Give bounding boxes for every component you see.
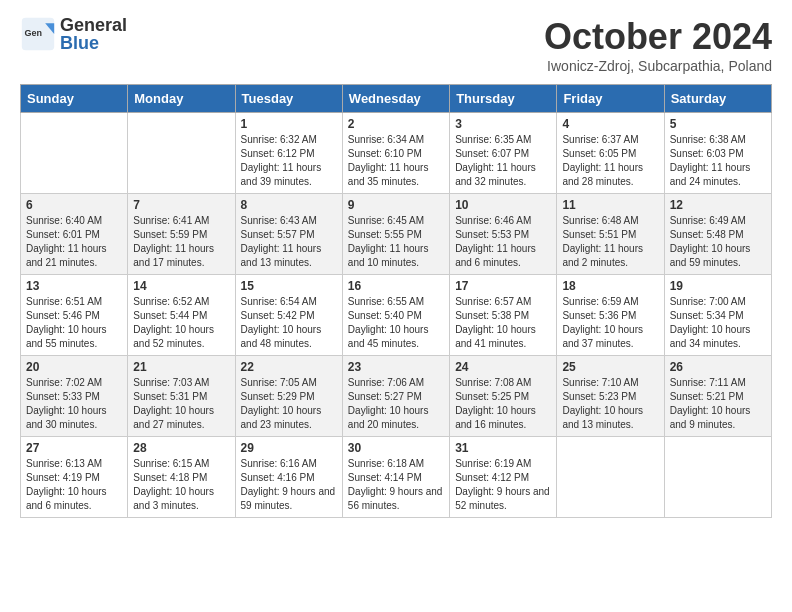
calendar-table: SundayMondayTuesdayWednesdayThursdayFrid… [20,84,772,518]
header-day: Monday [128,85,235,113]
cell-content: Sunrise: 6:40 AM Sunset: 6:01 PM Dayligh… [26,214,122,270]
day-number: 26 [670,360,766,374]
cell-content: Sunrise: 6:51 AM Sunset: 5:46 PM Dayligh… [26,295,122,351]
day-number: 27 [26,441,122,455]
calendar-cell: 23Sunrise: 7:06 AM Sunset: 5:27 PM Dayli… [342,356,449,437]
day-number: 31 [455,441,551,455]
header-day: Saturday [664,85,771,113]
calendar-cell: 9Sunrise: 6:45 AM Sunset: 5:55 PM Daylig… [342,194,449,275]
cell-content: Sunrise: 7:05 AM Sunset: 5:29 PM Dayligh… [241,376,337,432]
calendar-cell: 19Sunrise: 7:00 AM Sunset: 5:34 PM Dayli… [664,275,771,356]
calendar-cell: 20Sunrise: 7:02 AM Sunset: 5:33 PM Dayli… [21,356,128,437]
calendar-cell: 27Sunrise: 6:13 AM Sunset: 4:19 PM Dayli… [21,437,128,518]
cell-content: Sunrise: 7:06 AM Sunset: 5:27 PM Dayligh… [348,376,444,432]
month-title: October 2024 [544,16,772,58]
day-number: 14 [133,279,229,293]
cell-content: Sunrise: 7:03 AM Sunset: 5:31 PM Dayligh… [133,376,229,432]
cell-content: Sunrise: 6:19 AM Sunset: 4:12 PM Dayligh… [455,457,551,513]
calendar-cell: 30Sunrise: 6:18 AM Sunset: 4:14 PM Dayli… [342,437,449,518]
day-number: 29 [241,441,337,455]
title-block: October 2024 Iwonicz-Zdroj, Subcarpathia… [544,16,772,74]
day-number: 2 [348,117,444,131]
location-subtitle: Iwonicz-Zdroj, Subcarpathia, Poland [544,58,772,74]
cell-content: Sunrise: 6:45 AM Sunset: 5:55 PM Dayligh… [348,214,444,270]
day-number: 9 [348,198,444,212]
calendar-cell: 25Sunrise: 7:10 AM Sunset: 5:23 PM Dayli… [557,356,664,437]
cell-content: Sunrise: 7:10 AM Sunset: 5:23 PM Dayligh… [562,376,658,432]
cell-content: Sunrise: 6:49 AM Sunset: 5:48 PM Dayligh… [670,214,766,270]
day-number: 4 [562,117,658,131]
cell-content: Sunrise: 6:46 AM Sunset: 5:53 PM Dayligh… [455,214,551,270]
cell-content: Sunrise: 7:02 AM Sunset: 5:33 PM Dayligh… [26,376,122,432]
calendar-cell: 11Sunrise: 6:48 AM Sunset: 5:51 PM Dayli… [557,194,664,275]
calendar-cell: 6Sunrise: 6:40 AM Sunset: 6:01 PM Daylig… [21,194,128,275]
day-number: 21 [133,360,229,374]
cell-content: Sunrise: 6:59 AM Sunset: 5:36 PM Dayligh… [562,295,658,351]
day-number: 17 [455,279,551,293]
calendar-cell: 14Sunrise: 6:52 AM Sunset: 5:44 PM Dayli… [128,275,235,356]
calendar-cell: 13Sunrise: 6:51 AM Sunset: 5:46 PM Dayli… [21,275,128,356]
calendar-cell: 12Sunrise: 6:49 AM Sunset: 5:48 PM Dayli… [664,194,771,275]
day-number: 30 [348,441,444,455]
logo-blue: Blue [60,34,127,52]
calendar-cell: 10Sunrise: 6:46 AM Sunset: 5:53 PM Dayli… [450,194,557,275]
day-number: 19 [670,279,766,293]
day-number: 7 [133,198,229,212]
day-number: 28 [133,441,229,455]
calendar-cell: 31Sunrise: 6:19 AM Sunset: 4:12 PM Dayli… [450,437,557,518]
cell-content: Sunrise: 6:37 AM Sunset: 6:05 PM Dayligh… [562,133,658,189]
page-container: Gen General Blue October 2024 Iwonicz-Zd… [0,0,792,538]
calendar-cell [664,437,771,518]
cell-content: Sunrise: 6:57 AM Sunset: 5:38 PM Dayligh… [455,295,551,351]
calendar-week-row: 1Sunrise: 6:32 AM Sunset: 6:12 PM Daylig… [21,113,772,194]
calendar-cell: 26Sunrise: 7:11 AM Sunset: 5:21 PM Dayli… [664,356,771,437]
day-number: 11 [562,198,658,212]
cell-content: Sunrise: 6:32 AM Sunset: 6:12 PM Dayligh… [241,133,337,189]
day-number: 25 [562,360,658,374]
cell-content: Sunrise: 7:00 AM Sunset: 5:34 PM Dayligh… [670,295,766,351]
cell-content: Sunrise: 6:54 AM Sunset: 5:42 PM Dayligh… [241,295,337,351]
day-number: 8 [241,198,337,212]
calendar-cell: 15Sunrise: 6:54 AM Sunset: 5:42 PM Dayli… [235,275,342,356]
calendar-cell [21,113,128,194]
day-number: 3 [455,117,551,131]
calendar-cell [557,437,664,518]
calendar-cell: 22Sunrise: 7:05 AM Sunset: 5:29 PM Dayli… [235,356,342,437]
calendar-week-row: 27Sunrise: 6:13 AM Sunset: 4:19 PM Dayli… [21,437,772,518]
day-number: 23 [348,360,444,374]
cell-content: Sunrise: 7:08 AM Sunset: 5:25 PM Dayligh… [455,376,551,432]
header-day: Sunday [21,85,128,113]
cell-content: Sunrise: 6:34 AM Sunset: 6:10 PM Dayligh… [348,133,444,189]
cell-content: Sunrise: 6:16 AM Sunset: 4:16 PM Dayligh… [241,457,337,513]
cell-content: Sunrise: 6:52 AM Sunset: 5:44 PM Dayligh… [133,295,229,351]
header-day: Thursday [450,85,557,113]
cell-content: Sunrise: 6:48 AM Sunset: 5:51 PM Dayligh… [562,214,658,270]
svg-text:Gen: Gen [25,28,43,38]
calendar-cell: 29Sunrise: 6:16 AM Sunset: 4:16 PM Dayli… [235,437,342,518]
day-number: 20 [26,360,122,374]
calendar-cell: 1Sunrise: 6:32 AM Sunset: 6:12 PM Daylig… [235,113,342,194]
cell-content: Sunrise: 7:11 AM Sunset: 5:21 PM Dayligh… [670,376,766,432]
calendar-header: SundayMondayTuesdayWednesdayThursdayFrid… [21,85,772,113]
day-number: 12 [670,198,766,212]
header-row: SundayMondayTuesdayWednesdayThursdayFrid… [21,85,772,113]
cell-content: Sunrise: 6:43 AM Sunset: 5:57 PM Dayligh… [241,214,337,270]
header-day: Friday [557,85,664,113]
calendar-week-row: 13Sunrise: 6:51 AM Sunset: 5:46 PM Dayli… [21,275,772,356]
logo-general: General [60,16,127,34]
cell-content: Sunrise: 6:18 AM Sunset: 4:14 PM Dayligh… [348,457,444,513]
calendar-week-row: 6Sunrise: 6:40 AM Sunset: 6:01 PM Daylig… [21,194,772,275]
day-number: 18 [562,279,658,293]
calendar-cell: 24Sunrise: 7:08 AM Sunset: 5:25 PM Dayli… [450,356,557,437]
calendar-cell: 8Sunrise: 6:43 AM Sunset: 5:57 PM Daylig… [235,194,342,275]
header-day: Tuesday [235,85,342,113]
cell-content: Sunrise: 6:38 AM Sunset: 6:03 PM Dayligh… [670,133,766,189]
cell-content: Sunrise: 6:13 AM Sunset: 4:19 PM Dayligh… [26,457,122,513]
calendar-cell: 18Sunrise: 6:59 AM Sunset: 5:36 PM Dayli… [557,275,664,356]
logo-icon: Gen [20,16,56,52]
calendar-cell: 5Sunrise: 6:38 AM Sunset: 6:03 PM Daylig… [664,113,771,194]
header-day: Wednesday [342,85,449,113]
calendar-body: 1Sunrise: 6:32 AM Sunset: 6:12 PM Daylig… [21,113,772,518]
calendar-cell: 16Sunrise: 6:55 AM Sunset: 5:40 PM Dayli… [342,275,449,356]
day-number: 1 [241,117,337,131]
